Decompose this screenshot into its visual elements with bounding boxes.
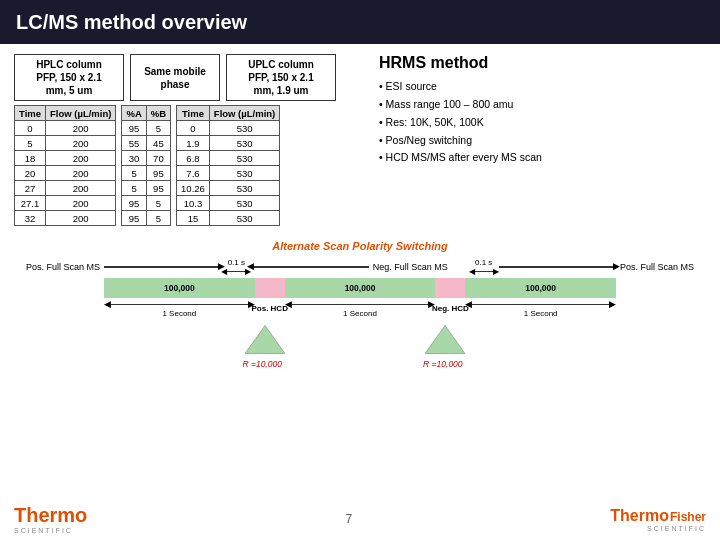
logo-thermo-fisher-right: Thermo Fisher SCIENTIFIC <box>610 507 706 532</box>
column-labels: HPLC column PFP, 150 x 2.1 mm, 5 um Same… <box>14 54 359 101</box>
main-content: HPLC column PFP, 150 x 2.1 mm, 5 um Same… <box>0 44 720 540</box>
table-row: 32200 <box>15 211 116 226</box>
hplc-col-flow: Flow (µL/min) <box>46 106 116 121</box>
svg-marker-1 <box>425 326 465 354</box>
same-phase-label: Same mobile phase <box>130 54 220 101</box>
fisher-brand-right: Fisher <box>670 510 706 524</box>
table-row: 15530 <box>177 211 280 226</box>
hrms-section: HRMS method • ESI source • Mass range 10… <box>369 54 706 226</box>
hplc-label: HPLC column PFP, 150 x 2.1 mm, 5 um <box>14 54 124 101</box>
tables-row: Time Flow (µL/min) 0200 5200 18200 20200… <box>14 105 359 226</box>
scan-section: Alternate Scan Polarity Switching Pos. F… <box>14 236 706 369</box>
pos-full-scan-label-2: Pos. Full Scan MS <box>616 262 706 272</box>
table-row: 595 <box>122 166 171 181</box>
pos-full-scan-label-1: Pos. Full Scan MS <box>14 262 104 272</box>
one-second-label-1: 1 Second <box>162 309 196 318</box>
svg-marker-0 <box>245 326 285 354</box>
footer: Thermo SCIENTIFIC 7 Thermo Fisher SCIENT… <box>14 498 706 534</box>
page-wrapper: LC/MS method overview HPLC column PFP, 1… <box>0 0 720 540</box>
one-second-label-2: 1 Second <box>343 309 377 318</box>
top-section: HPLC column PFP, 150 x 2.1 mm, 5 um Same… <box>14 54 706 226</box>
neg-hcd-label: Neg. HCD <box>432 304 469 313</box>
pos-hcd-label: Pos. HCD <box>251 304 287 313</box>
scan-labels-row: Pos. Full Scan MS ▶ 0.1 s ◀ ▶ <box>14 258 706 276</box>
table-row: 955 <box>122 121 171 136</box>
table-row: 10.26530 <box>177 181 280 196</box>
hcd-labels-row: ◀ ▶ 1 Second Pos. HCD ◀ <box>14 299 706 318</box>
table-row: 18200 <box>15 151 116 166</box>
hrms-bullet-4: • Pos/Neg switching <box>379 132 706 150</box>
page-header: LC/MS method overview <box>0 0 720 44</box>
pink-bar-2 <box>435 278 465 298</box>
table-row: 6.8530 <box>177 151 280 166</box>
uplc-col-time: Time <box>177 106 210 121</box>
thermo-brand-left: Thermo <box>14 504 87 527</box>
pink-bar-1 <box>255 278 285 298</box>
one-second-label-3: 1 Second <box>524 309 558 318</box>
uplc-col-flow: Flow (µL/min) <box>209 106 279 121</box>
table-row: 27.1200 <box>15 196 116 211</box>
table-row: 7.6530 <box>177 166 280 181</box>
pos-hcd-group: Pos. HCD <box>255 304 285 313</box>
scan-diagram: Pos. Full Scan MS ▶ 0.1 s ◀ ▶ <box>14 258 706 369</box>
time-gap-2: 0.1 s ◀ ▶ <box>469 258 499 276</box>
table-row: 3070 <box>122 151 171 166</box>
ab-col-b: %B <box>146 106 170 121</box>
page-title: LC/MS method overview <box>16 11 247 34</box>
table-area: HPLC column PFP, 150 x 2.1 mm, 5 um Same… <box>14 54 359 226</box>
r-label-1: R =10,000 <box>242 359 281 369</box>
r-label-2: R =10,000 <box>423 359 462 369</box>
hrms-bullet-1: • ESI source <box>379 78 706 96</box>
scientific-brand-right: SCIENTIFIC <box>647 525 706 532</box>
hplc-table: Time Flow (µL/min) 0200 5200 18200 20200… <box>14 105 116 226</box>
table-row: 1.9530 <box>177 136 280 151</box>
table-row: 20200 <box>15 166 116 181</box>
timeline-line-1: ▶ <box>104 266 221 268</box>
uplc-table: Time Flow (µL/min) 0530 1.9530 6.8530 7.… <box>176 105 280 226</box>
timeline-line-3: ▶ <box>499 266 616 268</box>
ab-col-a: %A <box>122 106 146 121</box>
neg-triangle-svg <box>425 322 465 357</box>
table-row: 27200 <box>15 181 116 196</box>
table-row: 10.3530 <box>177 196 280 211</box>
scientific-brand-left: SCIENTIFIC <box>14 527 73 534</box>
table-row: 955 <box>122 196 171 211</box>
uplc-label: UPLC column PFP, 150 x 2.1 mm, 1.9 um <box>226 54 336 101</box>
table-row: 0200 <box>15 121 116 136</box>
r-labels-row: R =10,000 R =10,000 <box>14 359 706 369</box>
triangles-row <box>14 322 706 357</box>
pos-triangle-svg <box>245 322 285 357</box>
triangle-2-space <box>435 322 465 357</box>
table-row: 0530 <box>177 121 280 136</box>
hrms-bullet-3: • Res: 10K, 50K, 100K <box>379 114 706 132</box>
triangle-1-space <box>255 322 285 357</box>
neg-full-scan-label: Neg. Full Scan MS <box>369 262 469 272</box>
hrms-bullets: • ESI source • Mass range 100 – 800 amu … <box>379 78 706 167</box>
segment-3: ◀ ▶ 1 Second <box>465 299 616 318</box>
table-row: 5200 <box>15 136 116 151</box>
thermo-brand-right: Thermo <box>610 507 669 525</box>
logo-thermo-left: Thermo SCIENTIFIC <box>14 504 87 534</box>
table-row: 5545 <box>122 136 171 151</box>
hplc-col-time: Time <box>15 106 46 121</box>
hrms-bullet-2: • Mass range 100 – 800 amu <box>379 96 706 114</box>
count-bar-3: 100,000 <box>465 278 616 298</box>
page-number: 7 <box>345 512 352 526</box>
neg-hcd-group: Neg. HCD <box>435 304 465 313</box>
scan-bars-row: 100,000 100,000 100,000 <box>14 278 706 298</box>
count-bar-1: 100,000 <box>104 278 255 298</box>
hrms-title: HRMS method <box>379 54 706 72</box>
timeline-line-2: ◀ <box>251 266 368 268</box>
table-row: 955 <box>122 211 171 226</box>
hrms-bullet-5: • HCD MS/MS after every MS scan <box>379 149 706 167</box>
table-row: 595 <box>122 181 171 196</box>
segment-2: ◀ ▶ 1 Second <box>285 299 436 318</box>
segment-1: ◀ ▶ 1 Second <box>104 299 255 318</box>
ab-table: %A %B 955 5545 3070 595 595 955 955 <box>121 105 171 226</box>
count-bar-2: 100,000 <box>285 278 436 298</box>
scan-title: Alternate Scan Polarity Switching <box>14 240 706 252</box>
